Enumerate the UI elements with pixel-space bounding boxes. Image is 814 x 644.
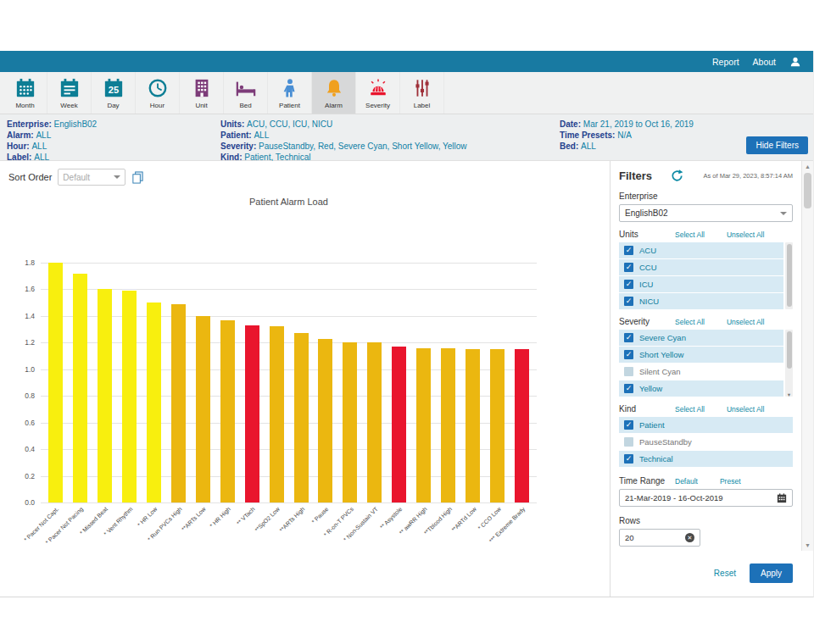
time-range-preset-link[interactable]: Preset — [720, 477, 741, 486]
toolbar-label-hour: Hour — [150, 102, 164, 109]
toolbar-severity-button[interactable]: Severity — [356, 72, 400, 114]
gridline — [41, 476, 537, 477]
y-tick-label: 1.6 — [25, 285, 35, 293]
checkbox[interactable] — [624, 437, 633, 447]
toolbar-hour-button[interactable]: Hour — [136, 72, 180, 114]
filter-option-nicu[interactable]: ✓NICU — [619, 293, 783, 309]
x-tick-label: **SpO2 Low — [254, 506, 281, 533]
checkbox-label: ICU — [639, 280, 653, 289]
kind-select-all-link[interactable]: Select All — [675, 405, 705, 414]
toolbar-month-button[interactable]: Month — [3, 72, 47, 114]
checkbox[interactable]: ✓ — [624, 384, 633, 393]
apply-button[interactable]: Apply — [750, 564, 793, 583]
bar--pause[interactable] — [318, 339, 332, 502]
rows-input[interactable] — [625, 533, 682, 542]
filter-option-silent-cyan[interactable]: Silent Cyan — [619, 364, 783, 380]
bar--hr-high[interactable] — [220, 320, 235, 502]
units-list-scrollbar[interactable] — [785, 242, 793, 309]
reset-link[interactable]: Reset — [714, 569, 736, 578]
bed-icon — [235, 77, 257, 100]
filter-option-icu[interactable]: ✓ICU — [619, 276, 783, 292]
filter-option-technical[interactable]: ✓Technical — [619, 451, 793, 467]
summary-field-value: ALL — [31, 142, 47, 151]
bar--missed-beat[interactable] — [98, 289, 112, 502]
filter-option-short-yellow[interactable]: ✓Short Yellow — [619, 347, 783, 363]
bar--pacer-not-pacing[interactable] — [73, 274, 87, 502]
refresh-icon[interactable] — [671, 169, 683, 182]
copy-icon[interactable] — [131, 171, 144, 184]
calendar-week-icon — [59, 77, 80, 100]
hide-filters-button[interactable]: Hide Filters — [746, 136, 808, 154]
severity-unselect-all-link[interactable]: Unselect All — [727, 318, 764, 326]
bar--awrr-high[interactable] — [416, 348, 431, 502]
filters-title: Filters — [619, 169, 652, 182]
bar--tblood-high[interactable] — [441, 348, 455, 502]
calendar-icon[interactable] — [777, 493, 787, 503]
filter-option-patient[interactable]: ✓Patient — [619, 417, 793, 433]
severity-select-all-link[interactable]: Select All — [675, 318, 705, 326]
bar--vent-rhythm[interactable] — [122, 291, 137, 502]
bar--non-sustain-vt[interactable] — [367, 342, 382, 502]
summary-field-label: Enterprise: — [7, 119, 54, 129]
checkbox[interactable]: ✓ — [624, 297, 633, 306]
kind-unselect-all-link[interactable]: Unselect All — [727, 405, 764, 414]
time-range-input[interactable] — [625, 493, 773, 502]
toolbar-bed-button[interactable]: Bed — [224, 72, 268, 114]
checkbox[interactable]: ✓ — [624, 454, 633, 464]
bar--r-on-t-pvcs[interactable] — [343, 342, 357, 502]
bar--pacer-not-capt-[interactable] — [48, 263, 63, 502]
bar--vtach[interactable] — [245, 325, 259, 502]
bar--arts-high[interactable] — [294, 333, 309, 502]
scroll-down-arrow[interactable]: ▼ — [802, 540, 813, 551]
report-link[interactable]: Report — [712, 57, 739, 67]
sort-order-select[interactable]: Default — [58, 169, 125, 186]
vertical-scrollbar[interactable]: ▲ ▼ — [801, 161, 813, 551]
checkbox[interactable]: ✓ — [624, 350, 633, 359]
x-tick-label: **ARTs High — [278, 506, 305, 533]
checkbox[interactable]: ✓ — [624, 280, 633, 289]
bar--run-pvcs-high[interactable] — [171, 304, 186, 502]
about-link[interactable]: About — [753, 57, 776, 67]
severity-list-scrollbar[interactable]: ▼ — [785, 330, 793, 397]
bar--hr-low[interactable] — [147, 303, 161, 502]
enterprise-select[interactable]: EnglishB02 — [619, 204, 793, 222]
units-unselect-all-link[interactable]: Unselect All — [727, 230, 764, 239]
filter-option-acu[interactable]: ✓ACU — [619, 242, 783, 258]
checkbox[interactable]: ✓ — [624, 246, 633, 255]
bar--arts-low[interactable] — [196, 316, 210, 502]
units-list: ✓ACU✓CCU✓ICU✓NICU — [619, 242, 793, 309]
filter-option-ccu[interactable]: ✓CCU — [619, 259, 783, 275]
toolbar-alarm-button[interactable]: Alarm — [312, 72, 356, 114]
bar--extreme-brady[interactable] — [515, 349, 529, 502]
clear-icon[interactable]: ✕ — [685, 533, 694, 542]
toolbar-label-button[interactable]: Label — [400, 72, 444, 114]
scrollbar-thumb[interactable] — [787, 331, 792, 369]
filter-option-severe-cyan[interactable]: ✓Severe Cyan — [619, 330, 783, 346]
scroll-down-arrow[interactable]: ▼ — [785, 392, 793, 397]
checkbox[interactable]: ✓ — [624, 420, 633, 430]
sort-order-label: Sort Order — [8, 172, 52, 182]
filter-option-pausestandby[interactable]: PauseStandby — [619, 434, 793, 450]
checkbox[interactable]: ✓ — [624, 333, 633, 342]
checkbox[interactable] — [624, 367, 633, 376]
units-select-all-link[interactable]: Select All — [675, 230, 705, 239]
toolbar-day-button[interactable]: 25 Day — [92, 72, 136, 114]
bar--spo2-low[interactable] — [270, 326, 284, 502]
building-icon — [192, 77, 212, 100]
user-icon[interactable] — [789, 56, 801, 68]
bar-column: * HR Low — [142, 263, 166, 502]
summary-row: Patient: ALL — [220, 130, 560, 141]
bar--cco-low[interactable] — [490, 349, 505, 502]
scrollbar-thumb[interactable] — [804, 173, 811, 208]
time-range-default-link[interactable]: Default — [675, 477, 698, 486]
bar--artd-low[interactable] — [466, 349, 480, 502]
toolbar-patient-button[interactable]: Patient — [268, 72, 312, 114]
scroll-up-arrow[interactable]: ▲ — [802, 161, 813, 172]
toolbar-unit-button[interactable]: Unit — [180, 72, 224, 114]
bar--asystole[interactable] — [392, 347, 406, 502]
scrollbar-thumb[interactable] — [787, 244, 792, 307]
summary-field-value: ALL — [581, 142, 596, 151]
checkbox[interactable]: ✓ — [624, 263, 633, 272]
toolbar-week-button[interactable]: Week — [47, 72, 92, 114]
filter-option-yellow[interactable]: ✓Yellow — [619, 380, 783, 397]
